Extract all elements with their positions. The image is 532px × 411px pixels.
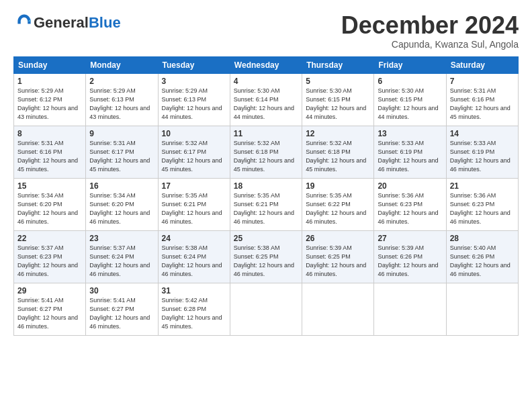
calendar-cell: 31Sunrise: 5:42 AMSunset: 6:28 PMDayligh…: [158, 283, 230, 335]
calendar-cell: 14Sunrise: 5:33 AMSunset: 6:19 PMDayligh…: [446, 126, 518, 178]
table-row: 15Sunrise: 5:34 AMSunset: 6:20 PMDayligh…: [14, 178, 519, 230]
col-tuesday: Tuesday: [158, 56, 230, 73]
day-number: 8: [17, 129, 82, 138]
day-info: Sunrise: 5:30 AMSunset: 6:15 PMDaylight:…: [378, 87, 438, 120]
day-number: 14: [450, 129, 515, 138]
day-number: 28: [450, 234, 515, 243]
day-info: Sunrise: 5:38 AMSunset: 6:24 PMDaylight:…: [162, 244, 222, 277]
calendar-cell: 3Sunrise: 5:29 AMSunset: 6:13 PMDaylight…: [158, 73, 230, 126]
calendar-cell: 27Sunrise: 5:39 AMSunset: 6:26 PMDayligh…: [374, 230, 446, 283]
calendar-cell: 23Sunrise: 5:37 AMSunset: 6:24 PMDayligh…: [86, 230, 158, 283]
calendar-cell: 13Sunrise: 5:33 AMSunset: 6:19 PMDayligh…: [374, 126, 446, 178]
day-number: 24: [162, 234, 226, 243]
col-monday: Monday: [86, 56, 158, 73]
day-info: Sunrise: 5:38 AMSunset: 6:25 PMDaylight:…: [234, 244, 294, 277]
day-number: 21: [450, 181, 515, 191]
day-number: 11: [234, 129, 298, 138]
calendar-cell: 2Sunrise: 5:29 AMSunset: 6:13 PMDaylight…: [86, 73, 158, 126]
calendar-cell: 8Sunrise: 5:31 AMSunset: 6:16 PMDaylight…: [14, 126, 86, 178]
day-number: 10: [162, 129, 226, 138]
day-info: Sunrise: 5:34 AMSunset: 6:20 PMDaylight:…: [17, 192, 78, 225]
day-info: Sunrise: 5:36 AMSunset: 6:23 PMDaylight:…: [450, 192, 511, 225]
day-number: 26: [306, 234, 370, 243]
day-info: Sunrise: 5:35 AMSunset: 6:21 PMDaylight:…: [234, 192, 294, 225]
day-number: 7: [450, 77, 515, 86]
day-info: Sunrise: 5:30 AMSunset: 6:15 PMDaylight:…: [306, 87, 366, 120]
day-info: Sunrise: 5:35 AMSunset: 6:22 PMDaylight:…: [306, 192, 366, 225]
day-number: 15: [17, 181, 82, 191]
day-info: Sunrise: 5:33 AMSunset: 6:19 PMDaylight:…: [378, 140, 438, 173]
day-info: Sunrise: 5:42 AMSunset: 6:28 PMDaylight:…: [162, 297, 222, 330]
day-info: Sunrise: 5:29 AMSunset: 6:13 PMDaylight:…: [162, 87, 222, 120]
day-number: 27: [378, 234, 442, 243]
day-info: Sunrise: 5:36 AMSunset: 6:23 PMDaylight:…: [378, 192, 438, 225]
calendar-cell: [446, 283, 518, 335]
day-info: Sunrise: 5:29 AMSunset: 6:13 PMDaylight:…: [89, 87, 150, 120]
calendar-cell: 12Sunrise: 5:32 AMSunset: 6:18 PMDayligh…: [302, 126, 374, 178]
table-row: 29Sunrise: 5:41 AMSunset: 6:27 PMDayligh…: [14, 283, 519, 335]
day-number: 17: [162, 181, 226, 191]
calendar-cell: 18Sunrise: 5:35 AMSunset: 6:21 PMDayligh…: [230, 178, 302, 230]
calendar-cell: 26Sunrise: 5:39 AMSunset: 6:25 PMDayligh…: [302, 230, 374, 283]
day-number: 20: [378, 181, 442, 191]
calendar-cell: [230, 283, 302, 335]
day-number: 23: [89, 234, 154, 243]
day-number: 30: [89, 286, 154, 295]
day-number: 31: [162, 286, 226, 295]
day-info: Sunrise: 5:32 AMSunset: 6:18 PMDaylight:…: [234, 140, 294, 173]
calendar-cell: 21Sunrise: 5:36 AMSunset: 6:23 PMDayligh…: [446, 178, 518, 230]
calendar-cell: 4Sunrise: 5:30 AMSunset: 6:14 PMDaylight…: [230, 73, 302, 126]
calendar-cell: [374, 283, 446, 335]
day-number: 1: [17, 77, 82, 86]
day-info: Sunrise: 5:37 AMSunset: 6:24 PMDaylight:…: [89, 244, 150, 277]
col-saturday: Saturday: [446, 56, 518, 73]
location: Capunda, Kwanza Sul, Angola: [341, 39, 519, 50]
header-row: Sunday Monday Tuesday Wednesday Thursday…: [14, 56, 519, 73]
calendar-cell: [302, 283, 374, 335]
page: GeneralBlue December 2024 Capunda, Kwanz…: [0, 0, 532, 411]
col-friday: Friday: [374, 56, 446, 73]
calendar-cell: 6Sunrise: 5:30 AMSunset: 6:15 PMDaylight…: [374, 73, 446, 126]
day-number: 12: [306, 129, 370, 138]
calendar-cell: 9Sunrise: 5:31 AMSunset: 6:17 PMDaylight…: [86, 126, 158, 178]
day-info: Sunrise: 5:35 AMSunset: 6:21 PMDaylight:…: [162, 192, 222, 225]
calendar-cell: 20Sunrise: 5:36 AMSunset: 6:23 PMDayligh…: [374, 178, 446, 230]
day-number: 3: [162, 77, 226, 86]
calendar-cell: 7Sunrise: 5:31 AMSunset: 6:16 PMDaylight…: [446, 73, 518, 126]
logo-general: General: [34, 14, 89, 31]
day-info: Sunrise: 5:31 AMSunset: 6:17 PMDaylight:…: [89, 140, 150, 173]
day-number: 19: [306, 181, 370, 191]
day-info: Sunrise: 5:40 AMSunset: 6:26 PMDaylight:…: [450, 244, 511, 277]
day-number: 9: [89, 129, 154, 138]
calendar-cell: 17Sunrise: 5:35 AMSunset: 6:21 PMDayligh…: [158, 178, 230, 230]
table-row: 22Sunrise: 5:37 AMSunset: 6:23 PMDayligh…: [14, 230, 519, 283]
day-number: 29: [17, 286, 82, 295]
table-row: 8Sunrise: 5:31 AMSunset: 6:16 PMDaylight…: [14, 126, 519, 178]
calendar-cell: 19Sunrise: 5:35 AMSunset: 6:22 PMDayligh…: [302, 178, 374, 230]
calendar-cell: 29Sunrise: 5:41 AMSunset: 6:27 PMDayligh…: [14, 283, 86, 335]
day-info: Sunrise: 5:37 AMSunset: 6:23 PMDaylight:…: [17, 244, 78, 277]
table-row: 1Sunrise: 5:29 AMSunset: 6:12 PMDaylight…: [14, 73, 519, 126]
day-info: Sunrise: 5:32 AMSunset: 6:18 PMDaylight:…: [306, 140, 366, 173]
col-sunday: Sunday: [14, 56, 86, 73]
day-number: 18: [234, 181, 298, 191]
calendar-cell: 5Sunrise: 5:30 AMSunset: 6:15 PMDaylight…: [302, 73, 374, 126]
day-number: 25: [234, 234, 298, 243]
day-number: 22: [17, 234, 82, 243]
calendar-cell: 25Sunrise: 5:38 AMSunset: 6:25 PMDayligh…: [230, 230, 302, 283]
day-info: Sunrise: 5:34 AMSunset: 6:20 PMDaylight:…: [89, 192, 150, 225]
calendar-cell: 30Sunrise: 5:41 AMSunset: 6:27 PMDayligh…: [86, 283, 158, 335]
day-info: Sunrise: 5:30 AMSunset: 6:14 PMDaylight:…: [234, 87, 294, 120]
day-info: Sunrise: 5:39 AMSunset: 6:26 PMDaylight:…: [378, 244, 438, 277]
day-info: Sunrise: 5:31 AMSunset: 6:16 PMDaylight:…: [17, 140, 78, 173]
calendar-cell: 24Sunrise: 5:38 AMSunset: 6:24 PMDayligh…: [158, 230, 230, 283]
title-block: December 2024 Capunda, Kwanza Sul, Angol…: [341, 12, 519, 50]
day-number: 6: [378, 77, 442, 86]
day-info: Sunrise: 5:33 AMSunset: 6:19 PMDaylight:…: [450, 140, 511, 173]
calendar-cell: 22Sunrise: 5:37 AMSunset: 6:23 PMDayligh…: [14, 230, 86, 283]
day-info: Sunrise: 5:31 AMSunset: 6:16 PMDaylight:…: [450, 87, 511, 120]
day-info: Sunrise: 5:41 AMSunset: 6:27 PMDaylight:…: [89, 297, 150, 330]
calendar-cell: 15Sunrise: 5:34 AMSunset: 6:20 PMDayligh…: [14, 178, 86, 230]
day-number: 13: [378, 129, 442, 138]
header: GeneralBlue December 2024 Capunda, Kwanz…: [13, 12, 519, 50]
